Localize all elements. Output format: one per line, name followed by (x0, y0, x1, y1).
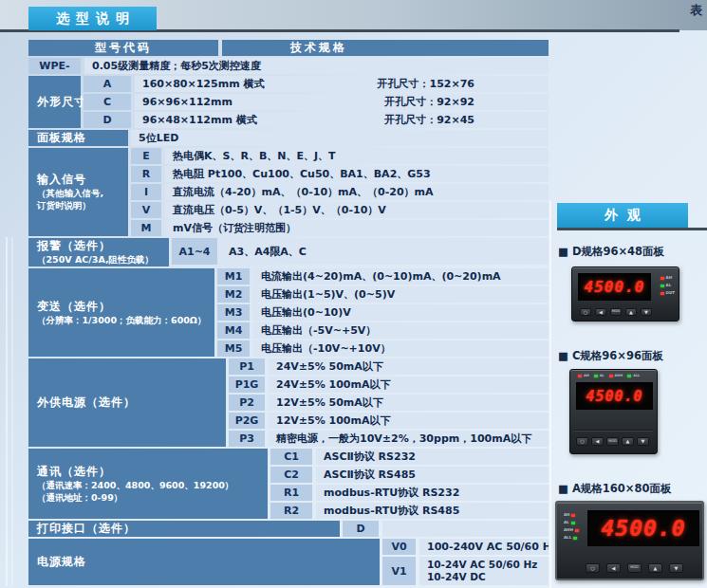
catalog-page: 表 选型说明 型号代码 技术规格 WPE- 0.05级测量精度；每秒5次测控速度… (0, 0, 707, 588)
option-code: V1 (382, 557, 416, 585)
option-code: C1 (270, 449, 312, 465)
option-spec: 12V±5% 100mA以下 (269, 413, 549, 429)
category-title: 外形尺寸 (37, 94, 81, 110)
category-alarm: 报警（选件） （250V AC/3A,阻性负载） (28, 238, 169, 266)
power-button-icon: ○ (580, 308, 591, 316)
category-title: 电源规格 (37, 554, 380, 570)
spec-text: 热电阻 Pt100、Cu100、Cu50、BA1、BA2、G53 (173, 167, 431, 181)
bezel-seam (574, 430, 653, 431)
option-code: M4 (217, 322, 250, 339)
option-spec: 精密电源，一般为10V±2%，30ppm，100mA以下 (269, 431, 549, 447)
product-label-text: A规格160×80面板 (572, 482, 672, 495)
option-code: P2G (229, 413, 265, 429)
option-spec: 96×96×112mm 开孔尺寸：92×92 (135, 94, 549, 110)
option-spec: 热电阻 Pt100、Cu100、Cu50、BA1、BA2、G53 (165, 166, 549, 182)
option-code: R (131, 166, 161, 182)
option-code: C2 (270, 467, 312, 483)
option-spec: 直流电流（4-20）mA、（0-10）mA、（0-20）mA (165, 184, 549, 200)
category-power-spec: 电源规格 (28, 539, 380, 585)
category-input-signal: 输入信号 （其他输入信号, 订货时说明） (28, 148, 128, 236)
indicator-led-group: AH AL AHH ALL (564, 513, 579, 540)
indicator-led: AL (564, 521, 579, 524)
page-corner-text: 表 (690, 2, 702, 19)
spec-text: 12V±5% 100mA以下 (276, 413, 390, 428)
cutout-size: 开孔尺寸：152×76 (378, 77, 542, 91)
spec-text: 精密电源，一般为10V±2%，30ppm，100mA以下 (276, 432, 531, 446)
up-button-icon: ▲ (648, 563, 662, 573)
spec-text: ASCⅡ协议 RS232 (324, 450, 416, 464)
category-panel-spec: 面板规格 (28, 130, 128, 146)
indicator-led: AL (660, 284, 675, 287)
button-row: ○ ◀ MOD ▲ ▼ (576, 437, 649, 446)
section-input-signal: 输入信号 （其他输入信号, 订货时说明） E 热电偶K、S、R、B、N、E、J、… (28, 148, 549, 236)
led-dot-icon (571, 514, 575, 517)
section-print-interface: 打印接口（选件） D (28, 521, 549, 537)
led-label: OUT (666, 291, 675, 295)
bullet-icon: ■ (558, 482, 568, 495)
spec-text: mV信号（订货注明范围） (173, 221, 296, 235)
indicator-led: AL (594, 375, 605, 378)
vertical-divider (549, 201, 551, 588)
section-panel-spec: 面板规格 5位LED (28, 130, 549, 146)
option-spec: 24V±5% 50mA以下 (269, 358, 549, 375)
shift-button-icon: ◀ (591, 437, 604, 446)
category-title: 打印接口（选件） (37, 521, 340, 537)
section-tab-appearance: 外观 (557, 203, 688, 228)
category-external-power: 外供电源（选件） (28, 358, 226, 447)
option-code: M1 (217, 268, 250, 285)
option-spec: 电压输出（-5V~+5V） (253, 322, 549, 339)
category-note: （通讯速率：2400、4800、9600、19200） (37, 480, 268, 492)
section-tab-selection-guide: 选型说明 (28, 7, 157, 30)
category-communication: 通讯（选件） （通讯速率：2400、4800、9600、19200） （通讯地址… (28, 449, 268, 519)
option-code: P1 (229, 358, 265, 375)
button-row: ○ ◀ MOD ▲ ▼ (580, 308, 652, 316)
category-print-interface: 打印接口（选件） (28, 521, 340, 537)
column-header-tech-spec: 技术规格 (222, 40, 549, 56)
led-label: AH (564, 513, 569, 517)
category-note: （250V AC/3A,阻性负载） (37, 254, 169, 266)
mode-button: MOD (627, 563, 642, 573)
led-label: AH (666, 276, 672, 280)
bullet-icon: ■ (558, 245, 568, 258)
spec-text: 直流电流（4-20）mA、（0-10）mA、（0-20）mA (173, 185, 434, 199)
option-spec: modbus-RTU协议 RS485 (316, 503, 549, 519)
option-code: A1~4 (172, 238, 217, 265)
panel-meter-a: AH AL AHH ALL 4500.0 ○ ◀ MOD ▲ ▼ (555, 501, 704, 580)
product-label-a: ■A规格160×80面板 (558, 482, 671, 496)
spec-text: modbus-RTU协议 RS232 (324, 486, 459, 500)
option-spec: 电压输出（-10V~+10V） (253, 340, 549, 357)
option-spec: 12V±5% 50mA以下 (269, 395, 549, 411)
option-spec: ASCⅡ协议 RS485 (316, 467, 549, 483)
table-header-row: 型号代码 技术规格 (28, 40, 549, 56)
option-spec: 160×80×125mm 横式 开孔尺寸：152×76 (135, 76, 549, 92)
option-spec: 10-24V AC 50/60 Hz 10-24V DC (419, 557, 549, 585)
indicator-led: AH (578, 375, 589, 378)
up-button-icon: ▲ (622, 437, 634, 446)
section-dimensions: 外形尺寸 A 160×80×125mm 横式 开孔尺寸：152×76 C 96×… (28, 76, 549, 128)
category-note: 订货时说明） (37, 200, 128, 212)
led-dot-icon (609, 375, 613, 377)
spec-text: 电流输出(4~20)mA、(0~10)mA、(0~20)mA (261, 269, 501, 284)
indicator-led-group: AH AL AHH ALL (578, 375, 640, 378)
mode-button: MOD (606, 437, 619, 446)
option-code: M (131, 220, 161, 236)
category-title: 面板规格 (37, 130, 128, 146)
appearance-underline (557, 228, 707, 230)
option-spec: ASCⅡ协议 RS232 (316, 449, 549, 465)
model-spec: 0.05级测量精度；每秒5次测控速度 (84, 58, 549, 74)
indicator-led: AH (564, 513, 579, 517)
spec-text: 96×48×112mm 横式 (142, 113, 257, 127)
option-code: C (84, 94, 131, 110)
category-title: 变送（选件） (37, 299, 214, 315)
product-label-d: ■D规格96×48面板 (558, 245, 664, 259)
indicator-led: OUT (660, 291, 675, 295)
spec-text: 直流电压（0-5）V、（1-5）V、（0-10）V (173, 203, 386, 217)
option-code: R1 (270, 485, 312, 501)
model-selection-table: 型号代码 技术规格 WPE- 0.05级测量精度；每秒5次测控速度 外形尺寸 A… (28, 40, 549, 585)
up-button-icon: ▲ (625, 308, 637, 316)
option-spec: 电压输出(0~10)V (253, 304, 549, 321)
led-label: ALL (564, 536, 571, 540)
category-transmit: 变送（选件） （分辨率：1/3000；负载能力：600Ω） (28, 268, 214, 357)
led-dot-icon (660, 292, 664, 295)
down-button-icon: ▼ (669, 563, 683, 573)
